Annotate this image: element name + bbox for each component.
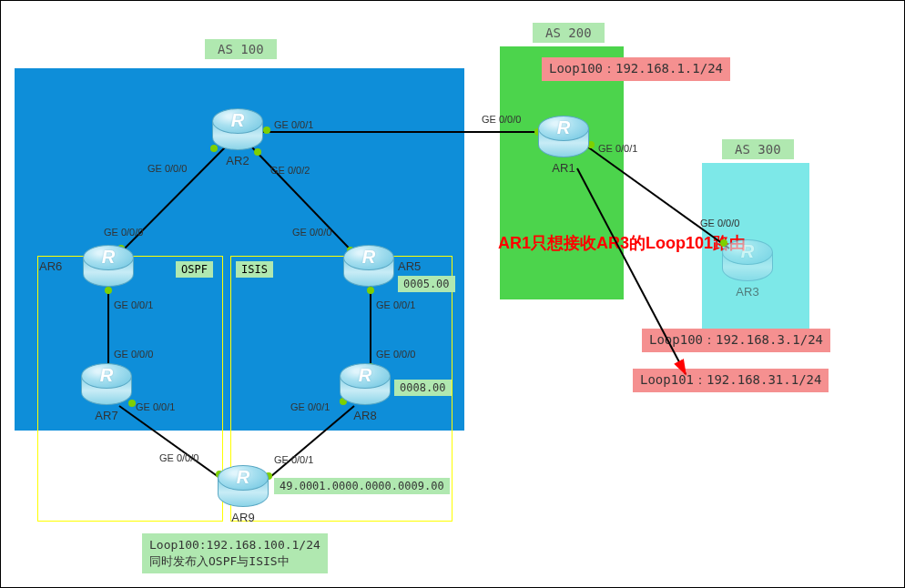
ospf-label: OSPF bbox=[176, 261, 213, 278]
port-ar6-ge001: GE 0/0/1 bbox=[114, 299, 153, 310]
port-ar6-ge000: GE 0/0/0 bbox=[104, 227, 143, 238]
port-ar5-ge000: GE 0/0/0 bbox=[292, 227, 331, 238]
router-ar1-label: AR1 bbox=[538, 161, 589, 175]
ar9-loopback-note: Loop100:192.168.100.1/24 同时发布入OSPF与ISIS中 bbox=[142, 533, 328, 573]
router-ar6-label: AR6 bbox=[39, 259, 62, 273]
as-100-label: AS 100 bbox=[205, 39, 277, 59]
port-ar2-ge000: GE 0/0/0 bbox=[147, 163, 187, 174]
ar1-loop100: Loop100：192.168.1.1/24 bbox=[542, 57, 730, 81]
as-200-label: AS 200 bbox=[533, 23, 605, 43]
isis-label: ISIS bbox=[236, 261, 273, 278]
router-ar3-label: AR3 bbox=[722, 285, 773, 299]
router-ar8: R AR8 bbox=[340, 363, 391, 405]
as-300-label: AS 300 bbox=[722, 139, 794, 159]
ar9-note-line2: 同时发布入OSPF与ISIS中 bbox=[149, 553, 320, 570]
router-ar7: R AR7 bbox=[81, 363, 132, 405]
isis-id-ar5: 0005.00 bbox=[398, 276, 455, 292]
router-ar5-label: AR5 bbox=[398, 259, 421, 273]
isis-id-ar9: 49.0001.0000.0000.0009.00 bbox=[274, 478, 450, 494]
port-ar1-ge001: GE 0/0/1 bbox=[598, 143, 637, 154]
port-ar8-ge001: GE 0/0/1 bbox=[290, 401, 330, 412]
router-ar9-label: AR9 bbox=[218, 511, 269, 524]
port-ar2-ge001: GE 0/0/1 bbox=[274, 119, 313, 130]
port-ar1-ge000: GE 0/0/0 bbox=[482, 114, 521, 125]
port-ar3-ge000: GE 0/0/0 bbox=[700, 218, 739, 228]
port-ar9-ge000: GE 0/0/0 bbox=[159, 452, 198, 463]
ar3-loop100: Loop100：192.168.3.1/24 bbox=[642, 329, 830, 352]
isis-id-ar8: 0008.00 bbox=[394, 380, 452, 396]
port-ar8-ge000: GE 0/0/0 bbox=[376, 349, 415, 360]
router-ar8-label: AR8 bbox=[340, 409, 391, 422]
router-ar1: R AR1 bbox=[538, 116, 589, 157]
port-ar2-ge002: GE 0/0/2 bbox=[270, 165, 310, 176]
ar3-loop101: Loop101：192.168.31.1/24 bbox=[633, 369, 829, 392]
red-requirement-note: AR1只想接收AR3的Loop101路由 bbox=[498, 232, 746, 254]
router-ar9: R AR9 bbox=[218, 465, 269, 507]
port-ar5-ge001: GE 0/0/1 bbox=[376, 299, 415, 310]
topology-canvas: AS 100 AS 200 AS 300 OSPF ISIS R AR2 R A… bbox=[0, 0, 905, 588]
router-ar2: R AR2 bbox=[212, 108, 263, 150]
router-ar2-label: AR2 bbox=[212, 154, 263, 167]
ar9-note-line1: Loop100:192.168.100.1/24 bbox=[149, 537, 320, 553]
router-ar6: R AR6 bbox=[83, 245, 134, 287]
router-ar7-label: AR7 bbox=[81, 409, 132, 422]
port-ar7-ge001: GE 0/0/1 bbox=[136, 401, 175, 412]
port-ar9-ge001: GE 0/0/1 bbox=[274, 454, 313, 465]
router-ar3: R AR3 bbox=[722, 239, 773, 281]
router-ar5: R AR5 bbox=[343, 245, 394, 287]
port-ar7-ge000: GE 0/0/0 bbox=[114, 349, 153, 360]
